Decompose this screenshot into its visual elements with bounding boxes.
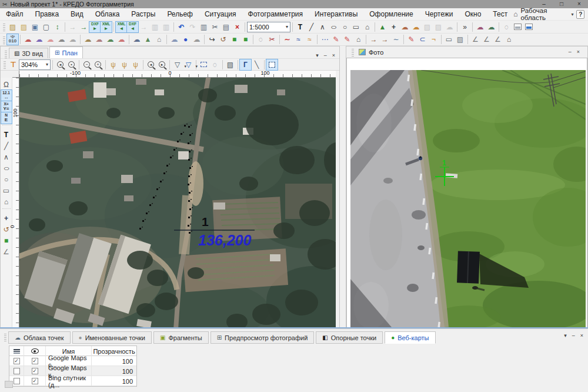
sphere-button[interactable]: ● bbox=[180, 34, 191, 45]
cloud-outline2-button[interactable]: ☁ bbox=[67, 34, 78, 45]
coords-tool[interactable]: X=Y= bbox=[1, 101, 12, 112]
plan-minimize-button[interactable]: – bbox=[324, 53, 327, 58]
panel-grip[interactable] bbox=[5, 49, 7, 58]
import-exchange-button[interactable]: → bbox=[78, 22, 89, 32]
select-path-button[interactable]: ✂ bbox=[266, 34, 278, 45]
measure-angle-tool[interactable]: Ω bbox=[1, 79, 12, 90]
line-tool[interactable]: ╱ bbox=[1, 140, 12, 151]
dock-close-button[interactable]: × bbox=[580, 333, 583, 338]
frame-expand-button[interactable]: ▭ bbox=[443, 34, 455, 45]
pencil-vertex-button[interactable]: ✎ bbox=[406, 34, 417, 45]
menu-item-11[interactable]: Окно bbox=[459, 8, 487, 21]
comment-button[interactable]: ◌ bbox=[501, 22, 512, 32]
circle-tool[interactable]: ○ bbox=[1, 174, 12, 185]
paste-fragment-button[interactable]: ▥ bbox=[161, 22, 172, 32]
cloud-points-button[interactable]: ☁ bbox=[116, 34, 127, 45]
scale-select[interactable]: 1:5000▾ bbox=[247, 22, 290, 32]
flatten-button[interactable]: ≈ bbox=[304, 34, 315, 45]
polygon-edit-button[interactable]: ⌂ bbox=[353, 34, 364, 45]
grid-plot-tool[interactable]: ■ bbox=[1, 235, 12, 246]
menu-item-6[interactable]: Ситуация bbox=[199, 8, 242, 21]
select-rect-button[interactable] bbox=[198, 59, 209, 70]
panel-bottom-button[interactable] bbox=[512, 22, 523, 32]
save-button[interactable]: ▣ bbox=[29, 22, 41, 32]
pencil-button[interactable]: ✎ bbox=[330, 34, 342, 45]
link-node2-button[interactable]: ∠ bbox=[481, 34, 492, 45]
cloud-web-button[interactable]: ☁ bbox=[169, 34, 180, 45]
cloud-classify-button[interactable]: ☁ bbox=[34, 34, 45, 45]
opacity-column-header[interactable]: Прозрачность bbox=[92, 346, 136, 356]
grid-add-button[interactable]: ■ bbox=[229, 34, 240, 45]
cloud-save-button[interactable]: ☁ bbox=[399, 22, 410, 32]
menu-item-0[interactable]: Файл bbox=[0, 8, 29, 21]
pan-north-button[interactable]: ψ bbox=[130, 59, 141, 70]
cloud-vegetation-button[interactable]: ☁ bbox=[105, 34, 116, 45]
ortho-corner-button[interactable]: Г bbox=[240, 59, 251, 70]
fit-vertical-button[interactable]: ↕ bbox=[52, 22, 63, 32]
rect-button[interactable]: ▭ bbox=[350, 22, 362, 32]
menu-item-4[interactable]: Растры bbox=[125, 8, 161, 21]
dock-tab-1[interactable]: ●Именованные точки bbox=[72, 331, 152, 344]
dock-minimize-button[interactable]: – bbox=[572, 333, 575, 338]
panel-resize-chip[interactable] bbox=[5, 381, 13, 388]
step-button[interactable]: ¬ bbox=[428, 34, 439, 45]
opacity-cell[interactable]: 100 bbox=[92, 376, 136, 386]
house-dark-button[interactable]: ⌂ bbox=[503, 34, 514, 45]
polygon-tool[interactable]: ⌂ bbox=[1, 196, 12, 207]
zoom-out-button[interactable]: − bbox=[81, 59, 92, 70]
panel-grip[interactable] bbox=[352, 48, 354, 57]
menu-item-1[interactable]: Правка bbox=[29, 8, 65, 21]
dock-tab-5[interactable]: ●Веб-карты bbox=[385, 331, 435, 344]
visibility-checkbox[interactable]: ✓ bbox=[32, 368, 38, 374]
dock-tab-0[interactable]: ☁Облака точек bbox=[8, 331, 71, 344]
cloud-color-button[interactable]: ☁ bbox=[22, 34, 34, 45]
layer-checkbox[interactable] bbox=[14, 378, 20, 384]
visibility-checkbox[interactable]: ✓ bbox=[32, 358, 38, 364]
opacity-cell[interactable]: 100 bbox=[92, 366, 136, 376]
import-xml-button[interactable]: XML◄ bbox=[116, 22, 127, 32]
slope2-button[interactable]: → bbox=[379, 34, 390, 45]
photo-minimize-button[interactable]: – bbox=[569, 49, 572, 55]
layer-checkbox[interactable]: ✓ bbox=[14, 358, 20, 364]
cloud-mark2-button[interactable]: ☁ bbox=[93, 34, 105, 45]
toolbar-grip[interactable] bbox=[4, 60, 6, 69]
snap-line-button[interactable]: ╲ bbox=[251, 59, 262, 70]
slope-button[interactable]: → bbox=[368, 34, 379, 45]
rect-tool[interactable]: ▭ bbox=[1, 185, 12, 196]
toolbar-grip[interactable] bbox=[3, 35, 5, 44]
toolbar-grip[interactable] bbox=[3, 22, 5, 31]
frame-raster-button[interactable]: ▨ bbox=[455, 34, 466, 45]
save-frame-button[interactable]: ▢ bbox=[41, 22, 52, 32]
view-3d-button[interactable]: ▧ bbox=[225, 59, 236, 70]
menu-item-3[interactable]: Облака точек bbox=[89, 8, 126, 21]
point-add-tool[interactable]: + bbox=[1, 212, 12, 224]
plan-close-button[interactable]: × bbox=[332, 53, 335, 58]
cloud-draw-button[interactable]: ☁ bbox=[475, 22, 486, 32]
import-button[interactable]: → bbox=[67, 22, 78, 32]
workspace-menu[interactable]: Рабочая область bbox=[520, 7, 568, 21]
menu-item-7[interactable]: Фотограмметрия bbox=[242, 8, 309, 21]
raster-crop-button[interactable]: ▨ bbox=[433, 22, 444, 32]
dock-grip[interactable] bbox=[4, 333, 6, 341]
filter-add-button[interactable]: ▽▾ bbox=[183, 59, 194, 70]
paste-button[interactable]: ▤ bbox=[220, 22, 232, 32]
measure-distance-tool[interactable]: 12.1↔ bbox=[1, 90, 12, 101]
opacity-cell[interactable]: 100 bbox=[92, 356, 136, 366]
grid-button[interactable]: ■ bbox=[240, 34, 251, 45]
delete-button[interactable]: × bbox=[232, 22, 243, 32]
cloud-import-button[interactable]: ☁ bbox=[410, 22, 422, 32]
zoom-in-button[interactable]: + bbox=[92, 59, 103, 70]
surface-button[interactable]: ▲ bbox=[377, 22, 388, 32]
menu-item-2[interactable]: Вид bbox=[65, 8, 89, 21]
visibility-checkbox[interactable]: ✓ bbox=[32, 378, 38, 384]
zoom-level-select[interactable]: 304%▾ bbox=[19, 59, 51, 70]
cloud-clip-button[interactable]: ☁ bbox=[131, 34, 142, 45]
polygon-button[interactable]: ⌂ bbox=[362, 22, 373, 32]
zoom-window-button[interactable]: ▪ bbox=[66, 59, 77, 70]
plan-menu-button[interactable]: ▾ bbox=[316, 53, 319, 58]
menu-item-5[interactable]: Рельеф bbox=[161, 8, 199, 21]
section-button[interactable]: ≈ bbox=[293, 34, 304, 45]
wave-button[interactable]: ∼ bbox=[390, 34, 402, 45]
pan-button[interactable]: ψ bbox=[108, 59, 119, 70]
snap-settings-button[interactable]: ⊤ bbox=[8, 59, 19, 70]
